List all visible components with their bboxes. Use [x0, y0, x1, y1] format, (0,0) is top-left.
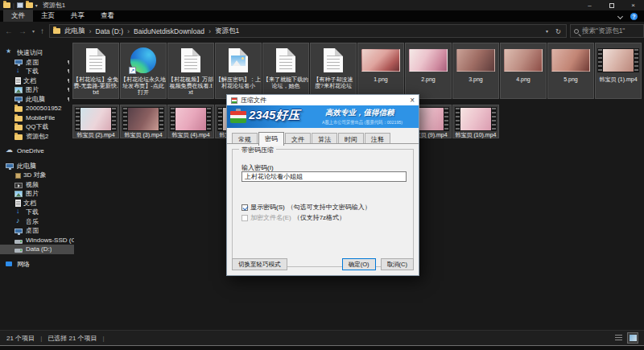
sidebar-item-music[interactable]: 音乐: [0, 217, 74, 227]
image-thumbnail: [504, 49, 543, 72]
ribbon-collapse-icon[interactable]: [617, 13, 623, 19]
properties-icon[interactable]: [17, 2, 23, 8]
sidebar-item-d-drive[interactable]: Data (D:): [0, 245, 74, 254]
sidebar-item-pictures2[interactable]: 图片: [0, 189, 74, 199]
folder-icon: [14, 134, 23, 140]
dialog-close-icon[interactable]: ×: [410, 97, 415, 105]
file-tile-png-4[interactable]: 4.png: [500, 43, 547, 99]
recent-locations-icon[interactable]: ▾: [32, 28, 35, 34]
address-bar[interactable]: 此电脑 › Data (D:) › BaiduNetdiskDownload ›…: [49, 24, 567, 38]
show-password-checkbox[interactable]: [242, 204, 248, 211]
ok-button[interactable]: 确定(O): [342, 258, 376, 270]
video-thumbnail: [75, 107, 117, 131]
location-folder-icon: [53, 28, 60, 34]
password-input[interactable]: 上村花论坛看小姐姐: [242, 171, 407, 182]
breadcrumb-current[interactable]: 资源包1: [215, 27, 239, 36]
sidebar-quick-access[interactable]: 快速访问: [0, 48, 74, 58]
sidebar-item-thispc-pinned[interactable]: 此电脑: [0, 95, 74, 105]
sidebar-item-2000501952[interactable]: 2000501952: [0, 104, 74, 113]
file-tile-password-image[interactable]: 【解压密码】：上村花论坛看小: [215, 43, 262, 99]
new-folder-icon[interactable]: [26, 2, 33, 8]
sidebar-item-ziyuanbao2[interactable]: 资源包2: [0, 132, 74, 142]
pc-icon: [6, 163, 14, 168]
desktop-icon: [14, 60, 23, 64]
tab-password[interactable]: 密码: [258, 132, 284, 146]
pc-icon: [14, 97, 23, 101]
lite-mode-button[interactable]: 切换至轻巧模式: [232, 258, 287, 270]
file-tile-mp4-2[interactable]: 韩宝贝 (2).mp4: [72, 105, 119, 138]
forward-button[interactable]: →: [19, 27, 27, 35]
file-tile-png-2[interactable]: 2.png: [405, 43, 452, 99]
sidebar-item-desktop[interactable]: 桌面: [0, 58, 74, 68]
haozip-app-icon: [231, 97, 237, 104]
sidebar-item-videos[interactable]: 视频: [0, 180, 74, 190]
menu-file[interactable]: 文件: [3, 10, 33, 23]
music-icon: [14, 218, 23, 225]
dialog-title-bar: 压缩文件 ×: [227, 95, 419, 105]
search-icon: [574, 29, 579, 34]
haozip-logo-text: 2345好压: [249, 108, 299, 123]
image-file-icon: [229, 48, 248, 72]
refresh-icon[interactable]: ↻: [555, 27, 561, 35]
file-tile-txt-2[interactable]: 【村花视频】万部视频免费在线看.txt: [167, 43, 214, 99]
close-button[interactable]: ×: [622, 0, 644, 10]
sidebar-item-downloads[interactable]: 下载: [0, 67, 74, 76]
sidebar-onedrive[interactable]: OneDrive: [0, 146, 74, 156]
sidebar-item-documents2[interactable]: 文档: [0, 199, 74, 208]
file-tile-edge-shortcut[interactable]: ↗ 【村花论坛永久地址发布页】-点此打开: [120, 43, 167, 99]
back-button[interactable]: ←: [5, 27, 13, 35]
breadcrumb-this-pc[interactable]: 此电脑: [64, 27, 85, 36]
video-thumbnail: [170, 107, 212, 131]
cancel-button[interactable]: 取消(C): [381, 258, 414, 270]
ribbon-menu: 文件 主页 共享 查看 ?: [0, 10, 644, 22]
image-thumbnail: [361, 49, 400, 72]
file-tile-txt-3[interactable]: 【来了就能下载的论坛，她色: [262, 43, 309, 99]
sidebar-item-c-drive[interactable]: Windows-SSD (C:): [0, 236, 74, 245]
qat-dropdown-icon[interactable]: ▾: [35, 2, 38, 8]
sidebar-item-desktop2[interactable]: 桌面: [0, 226, 74, 236]
breadcrumb-baidu[interactable]: BaiduNetdiskDownload: [134, 27, 204, 35]
list-view-button[interactable]: [613, 333, 623, 343]
help-icon[interactable]: ?: [630, 13, 638, 20]
sidebar-item-documents[interactable]: 文档: [0, 76, 74, 86]
breadcrumb-drive[interactable]: Data (D:): [96, 27, 123, 35]
address-dropdown-icon[interactable]: ▾: [546, 28, 548, 34]
shortcut-arrow-icon: ↗: [129, 67, 136, 74]
search-placeholder: 搜索"资源包1": [582, 27, 625, 36]
sidebar-item-pictures[interactable]: 图片: [0, 85, 74, 95]
file-tile-mp4-3[interactable]: 韩宝贝 (3).mp4: [120, 105, 167, 138]
sidebar-this-pc[interactable]: 此电脑: [0, 162, 74, 171]
menu-view[interactable]: 查看: [93, 10, 122, 23]
menu-share[interactable]: 共享: [63, 10, 93, 23]
thumbnail-view-icon: [630, 335, 637, 341]
file-tile-png-3[interactable]: 3.png: [452, 43, 499, 99]
up-button[interactable]: ↑: [40, 27, 44, 35]
search-input[interactable]: 搜索"资源包1": [570, 24, 644, 38]
dialog-body: 带密码压缩 输入密码(I) 上村花论坛看小姐姐 显示密码(S) （勾选可支持中文…: [227, 143, 419, 275]
text-file-icon: [324, 48, 343, 72]
show-password-checkbox-row[interactable]: 显示密码(S) （勾选可支持中文密码输入）: [242, 203, 371, 212]
text-file-icon: [276, 48, 295, 72]
thumbnail-view-button[interactable]: [628, 333, 638, 343]
video-thumbnail: [122, 107, 164, 131]
app-folder-icon: [3, 2, 10, 8]
file-tile-mp4-10[interactable]: 韩宝贝 (10).mp4: [452, 105, 499, 138]
sidebar-network[interactable]: 网络: [0, 260, 74, 270]
window-title: 资源包1: [43, 1, 65, 10]
file-tile-txt-4[interactable]: 【有种子却没速度?来村花论坛: [310, 43, 357, 99]
minimize-button[interactable]: –: [579, 0, 601, 10]
file-tile-mp4-4[interactable]: 韩宝贝 (4).mp4: [167, 105, 214, 138]
menu-home[interactable]: 主页: [33, 10, 63, 23]
sidebar-item-qq-downloads[interactable]: QQ下载: [0, 122, 74, 132]
file-tile-txt-1[interactable]: 【村花论坛】全免费-无套路-更新快.txt: [72, 43, 119, 99]
file-tile-mp4-1[interactable]: 韩宝贝 (1).mp4: [595, 43, 642, 99]
video-icon: [14, 183, 23, 188]
haozip-logo-icon: [230, 109, 246, 124]
sidebar-item-3d-objects[interactable]: 3D 对象: [0, 171, 74, 180]
maximize-button[interactable]: [601, 0, 622, 10]
file-tile-png-1[interactable]: 1.png: [357, 43, 404, 99]
sidebar-item-mobilefile[interactable]: MobileFile: [0, 113, 74, 123]
file-tile-png-5[interactable]: 5.png: [547, 43, 594, 99]
video-thumbnail: [597, 48, 639, 72]
sidebar-item-downloads2[interactable]: 下载: [0, 208, 74, 217]
